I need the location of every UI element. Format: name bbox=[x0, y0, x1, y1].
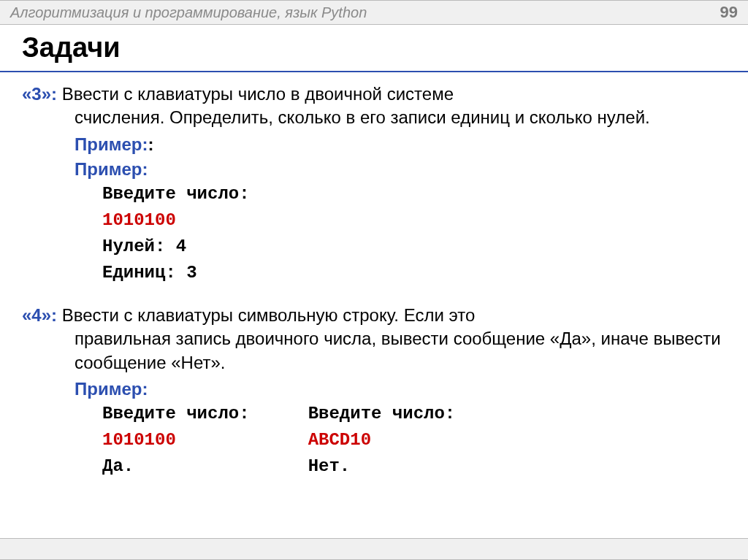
content: «3»: Ввести с клавиатуры число в двоично… bbox=[0, 72, 748, 480]
task-3-desc-line1: Ввести с клавиатуры число в двоичной сис… bbox=[57, 84, 454, 104]
task-4: «4»: Ввести с клавиатуры символьную стро… bbox=[22, 304, 726, 480]
task-3-desc-line2: счисления. Определить, сколько в его зап… bbox=[22, 106, 726, 129]
task-4-desc-line2: правильная запись двоичного числа, вывес… bbox=[22, 327, 726, 375]
task-3-input: 1010100 bbox=[102, 207, 726, 234]
task-4-right-input: ABCD10 bbox=[308, 427, 456, 453]
task-3-example-label: Пример:: bbox=[22, 134, 726, 155]
task-4-left-input: 1010100 bbox=[102, 427, 250, 453]
task-3-header: «3»: Ввести с клавиатуры число в двоично… bbox=[22, 83, 726, 106]
task-3-output1: Нулей: 4 bbox=[102, 234, 726, 260]
header-bar: Алгоритмизация и программирование, язык … bbox=[0, 0, 748, 25]
task-4-ex-label: Пример: bbox=[75, 379, 148, 399]
task-3-prompt: Введите число: bbox=[102, 181, 726, 207]
task-4-mono: Введите число: 1010100 Да. Введите число… bbox=[22, 401, 726, 480]
task-4-left-output: Да. bbox=[102, 453, 250, 480]
task-3-label: «3»: bbox=[22, 84, 57, 104]
task-4-label: «4»: bbox=[22, 305, 57, 325]
task-4-left-prompt: Введите число: bbox=[102, 401, 250, 427]
task-4-left-col: Введите число: 1010100 Да. bbox=[102, 401, 250, 480]
task-4-header: «4»: Ввести с клавиатуры символьную стро… bbox=[22, 304, 726, 327]
task-3-example-wrap: Пример: bbox=[22, 159, 726, 180]
task-4-right-col: Введите число: ABCD10 Нет. bbox=[308, 401, 456, 480]
page-title: Задачи bbox=[0, 25, 748, 72]
task-3-mono: Введите число: 1010100 Нулей: 4 Единиц: … bbox=[22, 181, 726, 286]
task-4-example-wrap: Пример: bbox=[22, 379, 726, 399]
task-3-ex-label: Пример: bbox=[75, 159, 148, 179]
header-title: Алгоритмизация и программирование, язык … bbox=[10, 4, 367, 21]
footer-bar bbox=[0, 538, 748, 560]
page-number: 99 bbox=[720, 3, 738, 22]
task-4-desc-line1: Ввести с клавиатуры символьную строку. Е… bbox=[57, 305, 475, 325]
task-3: «3»: Ввести с клавиатуры число в двоично… bbox=[22, 83, 726, 286]
task-4-right-prompt: Введите число: bbox=[308, 401, 456, 427]
task-3-output2: Единиц: 3 bbox=[102, 260, 726, 286]
task-4-right-output: Нет. bbox=[308, 453, 456, 480]
